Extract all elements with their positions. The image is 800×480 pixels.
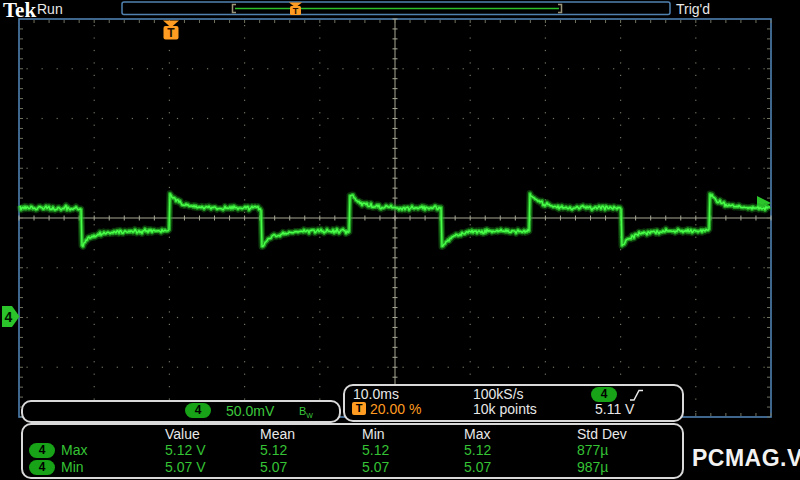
trigger-slope-rising-icon (629, 388, 644, 402)
channel4-ground-marker[interactable]: 4 (2, 306, 20, 327)
horizontal-trigger-readout-box[interactable]: 10.0ms 100kS/s 4 T 20.00 % 10k points 5.… (343, 384, 684, 422)
col-header-stddev: Std Dev (577, 426, 627, 442)
measurement-table[interactable]: Value Mean Min Max Std Dev 4 Max 5.12 V … (21, 423, 684, 479)
oscilloscope-screen: Tek Run Trig'd T T4 4 50.0mV BW 10.0ms 1… (0, 0, 800, 480)
record-length-readout: 10k points (473, 401, 537, 417)
svg-text:4: 4 (5, 309, 13, 325)
trigger-position-flag[interactable]: T (163, 21, 179, 41)
meas-name: Max (61, 442, 87, 458)
meas-mean: 5.12 (260, 442, 287, 458)
trigger-position-icon: T (352, 402, 366, 415)
channel4-readout-box[interactable]: 4 50.0mV BW (21, 400, 341, 423)
col-header-min: Min (362, 426, 385, 442)
bw-sub: W (306, 412, 313, 419)
meas-name: Min (61, 459, 84, 475)
meas-source-badge: 4 (29, 460, 55, 475)
meas-stddev: 877µ (577, 442, 608, 458)
record-view-bar[interactable]: T (121, 1, 673, 17)
sample-rate-readout: 100kS/s (473, 386, 524, 402)
meas-stddev: 987µ (577, 459, 608, 475)
bandwidth-limit-indicator: BW (299, 403, 313, 424)
meas-value: 5.12 V (165, 442, 205, 458)
meas-mean: 5.07 (260, 459, 287, 475)
meas-source-badge: 4 (29, 443, 55, 458)
meas-min: 5.07 (362, 459, 389, 475)
trigger-position-readout: 20.00 % (370, 401, 421, 417)
graticule-grid (27, 25, 765, 412)
col-header-value: Value (165, 426, 200, 442)
channel4-badge: 4 (185, 403, 211, 418)
meas-value: 5.07 V (165, 459, 205, 475)
svg-text:T: T (167, 26, 175, 40)
pcmag-watermark: PCMAG.VN (692, 445, 800, 472)
meas-max: 5.12 (464, 442, 491, 458)
svg-text:T: T (293, 6, 299, 16)
channel4-scale: 50.0mV (226, 403, 274, 419)
col-header-max: Max (464, 426, 490, 442)
timebase-readout: 10.0ms (353, 386, 399, 402)
meas-min: 5.12 (362, 442, 389, 458)
col-header-mean: Mean (260, 426, 295, 442)
meas-max: 5.07 (464, 459, 491, 475)
trigger-level-readout: 5.11 V (595, 401, 634, 417)
trigger-source-badge: 4 (591, 387, 617, 402)
